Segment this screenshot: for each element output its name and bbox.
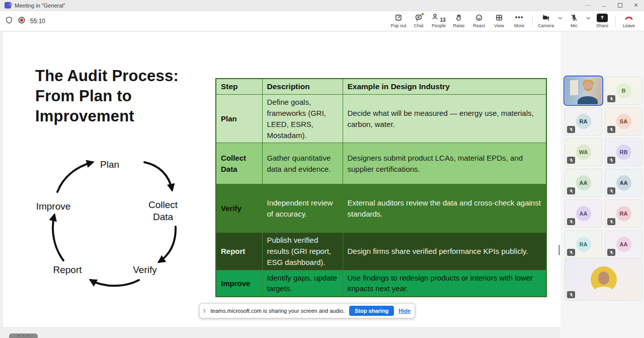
cell-example: Designers submit product LCAs, material … [343, 143, 546, 184]
muted-mic-icon [567, 157, 575, 164]
muted-mic-icon [567, 126, 575, 133]
mic-chevron-icon[interactable] [584, 17, 592, 20]
avatar: AA [616, 237, 631, 252]
teams-app-icon [5, 2, 11, 9]
muted-mic-icon [607, 187, 615, 194]
participant-tile[interactable]: RA [605, 199, 642, 228]
window-close-button[interactable]: ✕ [628, 0, 644, 11]
muted-mic-icon [607, 249, 615, 256]
view-grid-icon [495, 14, 503, 22]
participant-tile[interactable]: AA [565, 199, 602, 228]
participant-tile[interactable] [565, 77, 602, 105]
cycle-label-verify: Verify [133, 264, 157, 275]
header-step: Step [216, 79, 262, 95]
raise-hand-button[interactable]: Raise [449, 11, 469, 31]
header-example: Example in Design Industry [343, 79, 546, 95]
slide-title: The Audit Process: From Plan to Improvem… [35, 66, 179, 126]
share-button[interactable]: Share [592, 11, 612, 31]
participant-tile[interactable]: RB [605, 138, 642, 166]
more-button[interactable]: ••• More [509, 11, 529, 31]
window-minimize-button[interactable]: – [596, 0, 612, 11]
muted-mic-icon [607, 157, 615, 164]
cell-step: Verify [216, 184, 262, 233]
cell-example: External auditors review the data and cr… [343, 184, 546, 233]
avatar: B [616, 83, 631, 98]
people-count: 13 [440, 17, 445, 23]
chat-notification-badge [421, 13, 424, 16]
cycle-label-report: Report [53, 264, 82, 275]
camera-chevron-icon[interactable] [556, 17, 564, 20]
table-row: Verify Independent review of accuracy. E… [216, 184, 546, 233]
table-row: Improve Identify gaps, update targets. U… [216, 270, 546, 297]
recording-icon [18, 16, 26, 26]
avatar: RA [616, 206, 631, 221]
more-dots-icon: ••• [515, 14, 524, 22]
screen-sharing-banner: ‖ teams.microsoft.com is sharing your sc… [199, 303, 415, 318]
muted-mic-icon [607, 95, 615, 102]
avatar: AA [576, 175, 591, 190]
participant-tile[interactable]: B [605, 77, 642, 105]
presenter-tile[interactable] [565, 258, 642, 301]
window-title: Meeting in "General" [15, 3, 65, 9]
view-button[interactable]: View [489, 11, 509, 31]
participant-tile[interactable]: WA [565, 138, 602, 166]
camera-off-icon [542, 14, 550, 22]
mic-off-icon [570, 14, 578, 22]
raise-hand-icon [455, 14, 463, 22]
muted-mic-icon [607, 218, 615, 225]
cycle-label-collect: Collect [148, 199, 178, 210]
camera-button[interactable]: Camera [536, 14, 556, 28]
react-button[interactable]: React [469, 11, 489, 31]
window-titlebar: Meeting in "General" ⋯ – ✕ [0, 0, 644, 11]
hide-banner-link[interactable]: Hide [398, 308, 411, 314]
avatar: RB [616, 145, 631, 160]
panel-scroll-handle[interactable] [558, 245, 560, 255]
audit-cycle-diagram: Plan Collect Data Verify Report Improve [25, 149, 196, 295]
people-button[interactable]: 13 People [429, 11, 449, 31]
cell-example: Design firms share verified performance … [343, 233, 546, 270]
participant-tile[interactable]: AA [565, 169, 602, 197]
leave-phone-icon [624, 14, 633, 22]
participant-tile[interactable]: RA [565, 230, 602, 258]
window-more-button[interactable]: ⋯ [580, 0, 596, 11]
table-row: Plan Define goals, frameworks (GRI, LEED… [216, 95, 546, 143]
leave-button[interactable]: Leave [619, 11, 639, 31]
participant-video [565, 77, 602, 104]
table-row: Report Publish verified results (GRI rep… [216, 233, 546, 270]
mic-button[interactable]: Mic [564, 14, 584, 28]
cell-step: Report [216, 233, 262, 270]
cell-description: Independent review of accuracy. [262, 184, 343, 233]
avatar: AA [576, 206, 591, 221]
shield-icon [5, 16, 13, 26]
popout-button[interactable]: Pop out [388, 11, 409, 31]
chat-icon [415, 14, 423, 22]
stop-sharing-button[interactable]: Stop sharing [349, 306, 394, 316]
arrow-report-to-improve [53, 215, 63, 260]
cell-step: Plan [216, 95, 262, 143]
participant-tile[interactable]: RA [565, 107, 602, 136]
cell-description: Identify gaps, update targets. [262, 270, 343, 297]
cell-example: Use findings to redesign products or int… [343, 270, 546, 297]
participant-tile[interactable]: AA [605, 230, 642, 258]
muted-mic-icon [607, 126, 615, 133]
sharing-message: teams.microsoft.com is sharing your scre… [211, 308, 345, 314]
avatar: RA [576, 114, 591, 129]
banner-drag-handle[interactable]: ‖ [203, 308, 206, 314]
share-controls-peek-bar[interactable] [9, 333, 38, 338]
popout-icon [394, 14, 403, 22]
arrow-plan-to-collect [144, 162, 172, 190]
window-maximize-button[interactable] [612, 0, 628, 11]
cell-description: Define goals, frameworks (GRI, LEED, ESR… [262, 95, 343, 143]
people-icon [432, 13, 439, 23]
meeting-timer: 55:10 [30, 18, 45, 25]
react-smiley-icon [475, 14, 483, 22]
participant-tile[interactable]: SA [605, 107, 642, 136]
cell-step: Improve [216, 270, 262, 297]
table-row: Collect Data Gather quantitative data an… [216, 143, 546, 184]
cell-example: Decide what will be measured — energy us… [343, 95, 546, 143]
cycle-label-data: Data [153, 212, 174, 222]
chat-button[interactable]: Chat [409, 11, 429, 31]
cycle-label-improve: Improve [36, 201, 71, 212]
participants-panel: B RA [560, 31, 644, 338]
participant-tile[interactable]: AA [605, 169, 642, 197]
